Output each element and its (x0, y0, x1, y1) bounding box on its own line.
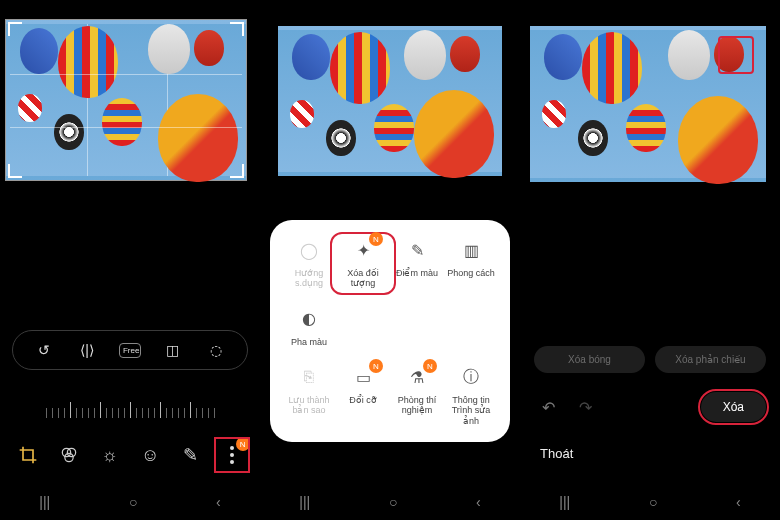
more-options-popup: ◯Hướng s.dụng✦NXóa đối tượng✎Điểm màu▥Ph… (270, 220, 510, 442)
highlight-box (698, 389, 769, 425)
nav-home-icon[interactable]: ○ (389, 494, 397, 510)
remove-reflection-pill[interactable]: Xóa phản chiếu (655, 346, 766, 373)
popup-item-label: Thông tin Trình sửa ảnh (444, 395, 498, 426)
screen-more-menu: ◯Hướng s.dụng✦NXóa đối tượng✎Điểm màu▥Ph… (260, 0, 520, 520)
popup-item-label: Phòng thí nghiệm (390, 395, 444, 416)
selection-highlight (718, 36, 754, 74)
undo-redo-row: ↶ ↷ Xóa (534, 392, 766, 422)
svg-point-2 (65, 453, 73, 461)
redo-icon[interactable]: ↷ (571, 394, 600, 421)
pha-mau-icon: ◐ (297, 307, 321, 331)
highlight-box (214, 437, 250, 473)
exit-button[interactable]: Thoát (540, 446, 573, 461)
nav-back-icon[interactable]: ‹ (476, 494, 481, 510)
perspective-icon[interactable]: ◌ (205, 342, 227, 358)
draw-tool-icon[interactable]: ✎ (177, 441, 205, 469)
new-badge: N (369, 232, 383, 246)
popup-item-huong-su-dung[interactable]: ◯Hướng s.dụng (282, 238, 336, 289)
nav-home-icon[interactable]: ○ (649, 494, 657, 510)
popup-item-diem-mau[interactable]: ✎Điểm màu (390, 238, 444, 289)
nav-home-icon[interactable]: ○ (129, 494, 137, 510)
erase-button[interactable]: Xóa (701, 392, 766, 422)
new-badge: N (369, 359, 383, 373)
popup-item-label: Đổi cỡ (349, 395, 377, 405)
thong-tin-icon: ⓘ (459, 365, 483, 389)
free-ratio-button[interactable]: Free (119, 343, 141, 358)
brightness-tool-icon[interactable]: ☼ (96, 441, 124, 469)
popup-item-doi-co[interactable]: ▭NĐổi cỡ (336, 365, 390, 426)
nav-back-icon[interactable]: ‹ (216, 494, 221, 510)
android-navbar: ||| ○ ‹ (0, 488, 260, 516)
android-navbar: ||| ○ ‹ (260, 488, 520, 516)
filter-tool-icon[interactable] (55, 441, 83, 469)
android-navbar: ||| ○ ‹ (520, 488, 780, 516)
nav-recent-icon[interactable]: ||| (299, 494, 310, 510)
popup-item-thong-tin[interactable]: ⓘThông tin Trình sửa ảnh (444, 365, 498, 426)
more-options-button[interactable]: N (218, 441, 246, 469)
nav-recent-icon[interactable]: ||| (39, 494, 50, 510)
rotate-icon[interactable]: ↺ (33, 342, 55, 358)
sticker-tool-icon[interactable]: ☺ (136, 441, 164, 469)
doi-co-icon: ▭N (351, 365, 375, 389)
aspect-icon[interactable]: ◫ (162, 342, 184, 358)
editor-bottom-toolbar: ☼ ☺ ✎ N (0, 430, 260, 480)
preview-image (278, 26, 502, 176)
eraser-preview-image[interactable] (530, 26, 766, 182)
new-badge: N (423, 359, 437, 373)
undo-icon[interactable]: ↶ (534, 394, 563, 421)
popup-item-label: Điểm màu (396, 268, 438, 278)
popup-item-label: Hướng s.dụng (282, 268, 336, 289)
phong-thi-nghiem-icon: ⚗N (405, 365, 429, 389)
screen-object-eraser: Xóa bóng Xóa phản chiếu ↶ ↷ Xóa Thoát ||… (520, 0, 780, 520)
popup-item-phong-thi-nghiem[interactable]: ⚗NPhòng thí nghiệm (390, 365, 444, 426)
flip-icon[interactable]: ⟨|⟩ (76, 342, 98, 358)
crop-tool-icon[interactable] (14, 441, 42, 469)
crop-preview-image[interactable] (6, 20, 246, 180)
popup-item-label: Pha màu (291, 337, 327, 347)
popup-item-label: Phong cách (447, 268, 495, 278)
popup-item-xoa-doi-tuong[interactable]: ✦NXóa đối tượng (336, 238, 390, 289)
svg-point-1 (67, 448, 75, 456)
nav-back-icon[interactable]: ‹ (736, 494, 741, 510)
transform-toolbar: ↺ ⟨|⟩ Free ◫ ◌ (12, 330, 248, 370)
diem-mau-icon: ✎ (405, 238, 429, 262)
popup-item-label: Xóa đối tượng (336, 268, 390, 289)
remove-shadow-pill[interactable]: Xóa bóng (534, 346, 645, 373)
popup-item-luu-thanh-ban-sao[interactable]: ⎘Lưu thành bản sao (282, 365, 336, 426)
rotation-ruler[interactable] (0, 392, 260, 418)
nav-recent-icon[interactable]: ||| (559, 494, 570, 510)
eraser-mode-row: Xóa bóng Xóa phản chiếu (534, 346, 766, 373)
xoa-doi-tuong-icon: ✦N (351, 238, 375, 262)
luu-thanh-ban-sao-icon: ⎘ (297, 365, 321, 389)
popup-item-label: Lưu thành bản sao (282, 395, 336, 416)
screen-crop-editor: ↺ ⟨|⟩ Free ◫ ◌ ☼ ☺ ✎ N ||| ○ ‹ (0, 0, 260, 520)
phong-cach-icon: ▥ (459, 238, 483, 262)
popup-item-pha-mau[interactable]: ◐Pha màu (282, 307, 336, 347)
huong-su-dung-icon: ◯ (297, 238, 321, 262)
popup-item-phong-cach[interactable]: ▥Phong cách (444, 238, 498, 289)
